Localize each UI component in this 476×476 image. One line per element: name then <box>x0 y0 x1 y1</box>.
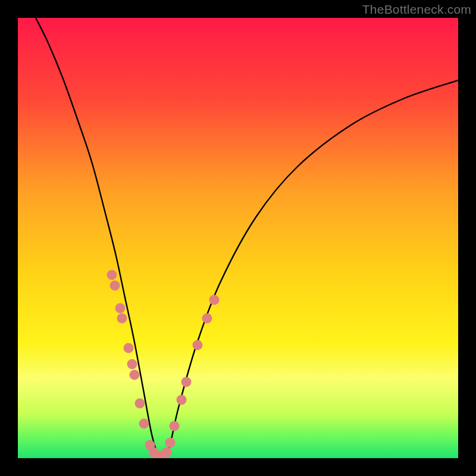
marker-point <box>135 399 145 409</box>
marker-point <box>209 295 220 305</box>
marker-point <box>170 421 180 431</box>
marker-point <box>110 281 120 291</box>
marker-point <box>127 359 137 369</box>
marker-point <box>115 303 126 314</box>
marker-point <box>181 377 192 387</box>
marker-point <box>162 447 172 458</box>
marker-point <box>124 343 134 353</box>
marker-point <box>117 314 127 324</box>
marker-point <box>107 270 117 280</box>
watermark-text: TheBottleneck.com <box>362 2 471 17</box>
marker-point <box>165 438 176 448</box>
plot-area <box>18 18 458 458</box>
marker-point <box>177 395 187 405</box>
bottleneck-chart <box>18 18 458 458</box>
gradient-background <box>18 18 458 458</box>
marker-point <box>130 370 140 380</box>
marker-point <box>202 314 212 324</box>
chart-frame: TheBottleneck.com <box>0 0 476 476</box>
marker-point <box>139 419 149 429</box>
marker-point <box>193 340 203 350</box>
